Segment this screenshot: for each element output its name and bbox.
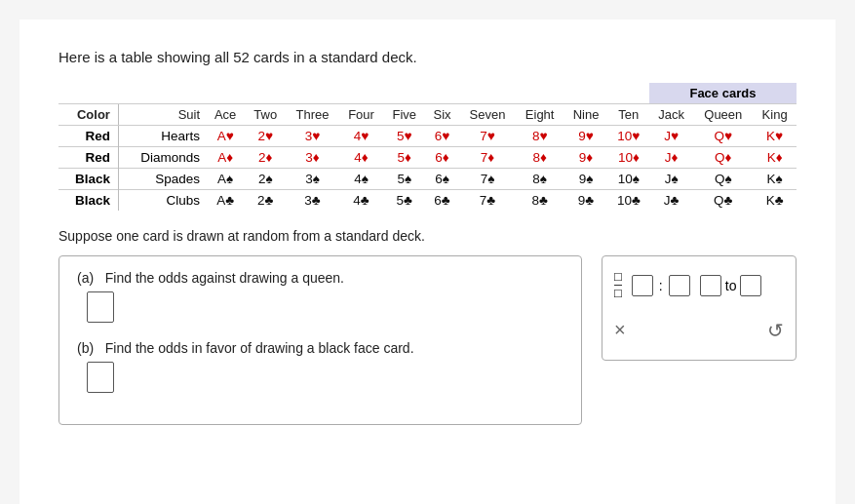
- card-cell: 3♦: [286, 147, 339, 169]
- cell-suit: Clubs: [118, 190, 206, 212]
- to-left-box[interactable]: [700, 275, 721, 296]
- card-table: Face cards Color Suit Ace Two Three Four…: [58, 83, 797, 211]
- header-nine: Nine: [564, 104, 608, 126]
- header-three: Three: [286, 104, 339, 126]
- card-cell: 4♠: [339, 169, 384, 190]
- fraction-symbol: □ □: [614, 270, 622, 301]
- card-cell: 10♥: [608, 126, 649, 147]
- table-row: RedDiamondsA♦2♦3♦4♦5♦6♦7♦8♦9♦10♦J♦Q♦K♦: [58, 147, 797, 169]
- cell-suit: Spades: [118, 169, 206, 190]
- card-cell: K♦: [753, 147, 797, 169]
- colon-right-box[interactable]: [669, 275, 690, 296]
- card-cell: 8♣: [516, 190, 564, 212]
- card-cell: J♠: [649, 169, 694, 190]
- card-cell: Q♦: [693, 147, 753, 169]
- right-panel: □ □ : to × ↺: [602, 255, 797, 361]
- question-a-label: (a) Find the odds against drawing a quee…: [77, 270, 564, 286]
- card-cell: J♦: [649, 147, 694, 169]
- header-ace: Ace: [206, 104, 245, 126]
- question-a: (a) Find the odds against drawing a quee…: [77, 270, 564, 327]
- action-row: × ↺: [614, 315, 784, 346]
- header-suit: Suit: [118, 104, 206, 126]
- card-cell: 10♠: [608, 169, 649, 190]
- question-a-text: Find the odds against drawing a queen.: [105, 270, 344, 286]
- card-cell: 2♣: [245, 190, 286, 212]
- card-cell: 5♦: [383, 147, 425, 169]
- bottom-section: (a) Find the odds against drawing a quee…: [58, 255, 797, 425]
- card-cell: 3♥: [286, 126, 339, 147]
- card-cell: 7♦: [459, 147, 516, 169]
- header-color: Color: [58, 104, 118, 126]
- card-cell: 5♥: [383, 126, 425, 147]
- header-six: Six: [425, 104, 459, 126]
- card-table-wrapper: Face cards Color Suit Ace Two Three Four…: [58, 83, 797, 211]
- card-cell: 3♠: [286, 169, 339, 190]
- table-row: BlackSpadesA♠2♠3♠4♠5♠6♠7♠8♠9♠10♠J♠Q♠K♠: [58, 169, 797, 190]
- intro-text: Here is a table showing all 52 cards in …: [58, 49, 797, 65]
- answer-a-input[interactable]: [87, 291, 114, 323]
- header-eight: Eight: [516, 104, 564, 126]
- card-cell: 9♦: [564, 147, 608, 169]
- card-cell: A♥: [206, 126, 245, 147]
- to-right-box[interactable]: [740, 275, 761, 296]
- card-cell: 6♠: [425, 169, 459, 190]
- card-cell: 7♥: [459, 126, 516, 147]
- card-cell: 8♥: [516, 126, 564, 147]
- colon-symbol: :: [659, 278, 663, 293]
- card-cell: 7♣: [459, 190, 516, 212]
- card-cell: 6♥: [425, 126, 459, 147]
- page: Here is a table showing all 52 cards in …: [19, 19, 836, 504]
- card-cell: 10♣: [608, 190, 649, 212]
- cell-suit: Hearts: [118, 126, 206, 147]
- card-cell: 2♦: [245, 147, 286, 169]
- colon-left-box[interactable]: [632, 275, 653, 296]
- questions-box: (a) Find the odds against drawing a quee…: [58, 255, 582, 425]
- header-jack: Jack: [649, 104, 694, 126]
- header-five: Five: [383, 104, 425, 126]
- card-cell: Q♣: [693, 190, 753, 212]
- card-cell: 2♥: [245, 126, 286, 147]
- card-cell: 2♠: [245, 169, 286, 190]
- card-cell: 7♠: [459, 169, 516, 190]
- x-button[interactable]: ×: [614, 319, 626, 341]
- question-b: (b) Find the odds in favor of drawing a …: [77, 340, 564, 397]
- header-seven: Seven: [459, 104, 516, 126]
- redo-button[interactable]: ↺: [767, 319, 784, 342]
- card-cell: 5♣: [383, 190, 425, 212]
- header-four: Four: [339, 104, 384, 126]
- card-cell: 9♥: [564, 126, 608, 147]
- card-cell: J♥: [649, 126, 694, 147]
- answer-b-input[interactable]: [87, 362, 114, 393]
- card-cell: 3♣: [286, 190, 339, 212]
- card-cell: K♥: [753, 126, 797, 147]
- card-cell: 9♠: [564, 169, 608, 190]
- fraction-top: □: [614, 270, 622, 284]
- card-cell: A♠: [206, 169, 245, 190]
- cell-color: Red: [58, 126, 118, 147]
- card-cell: 4♣: [339, 190, 384, 212]
- card-cell: 9♣: [564, 190, 608, 212]
- fraction-row: □ □ : to: [614, 270, 784, 301]
- to-pair: to: [700, 275, 762, 296]
- card-cell: 6♣: [425, 190, 459, 212]
- to-label: to: [725, 278, 737, 293]
- card-cell: 6♦: [425, 147, 459, 169]
- colon-pair: :: [632, 275, 690, 296]
- question-b-label: (b) Find the odds in favor of drawing a …: [77, 340, 564, 356]
- card-cell: K♣: [753, 190, 797, 212]
- question-b-text: Find the odds in favor of drawing a blac…: [105, 340, 414, 356]
- header-king: King: [753, 104, 797, 126]
- card-cell: 5♠: [383, 169, 425, 190]
- card-cell: Q♠: [693, 169, 753, 190]
- card-cell: Q♥: [693, 126, 753, 147]
- table-row: RedHeartsA♥2♥3♥4♥5♥6♥7♥8♥9♥10♥J♥Q♥K♥: [58, 126, 797, 147]
- suppose-text: Suppose one card is drawn at random from…: [58, 228, 797, 244]
- header-ten: Ten: [608, 104, 649, 126]
- card-cell: K♠: [753, 169, 797, 190]
- header-two: Two: [245, 104, 286, 126]
- cell-color: Black: [58, 169, 118, 190]
- card-cell: J♣: [649, 190, 694, 212]
- cell-color: Red: [58, 147, 118, 169]
- card-cell: A♣: [206, 190, 245, 212]
- card-cell: 8♠: [516, 169, 564, 190]
